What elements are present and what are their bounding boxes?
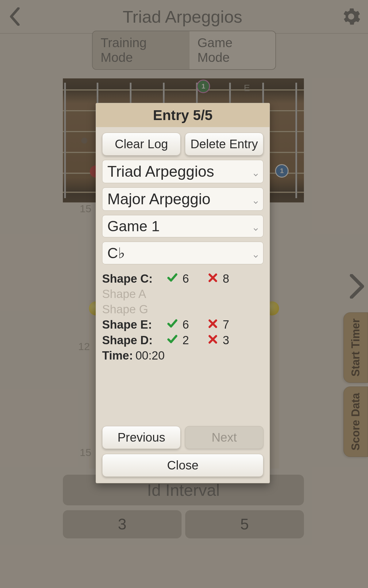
shape-d-correct: 2 <box>182 333 189 348</box>
shape-d-wrong: 3 <box>223 333 229 348</box>
shape-c-label: Shape C: <box>102 271 162 286</box>
chevron-down-icon <box>253 245 258 262</box>
time-label: Time: <box>102 348 133 363</box>
delete-entry-button[interactable]: Delete Entry <box>185 133 263 156</box>
shape-e-label: Shape E: <box>102 317 162 332</box>
select-value: Triad Arpeggios <box>107 163 214 180</box>
shape-c-wrong: 8 <box>223 271 229 286</box>
shape-d-label: Shape D: <box>102 333 162 348</box>
chevron-down-icon <box>253 190 258 208</box>
time-row: Time: 00:20 <box>102 348 263 363</box>
select-triad-arpeggios[interactable]: Triad Arpeggios <box>102 160 263 183</box>
clear-log-button[interactable]: Clear Log <box>102 133 181 156</box>
select-major-arpeggio[interactable]: Major Arpeggio <box>102 187 263 211</box>
shape-a-label: Shape A <box>102 286 146 302</box>
shape-c-row: Shape C: 6 8 <box>102 271 263 286</box>
select-game[interactable]: Game 1 <box>102 215 263 237</box>
next-button: Next <box>185 426 263 449</box>
select-value: Major Arpeggio <box>107 190 210 208</box>
shape-a-row: Shape A <box>102 286 263 302</box>
time-value: 00:20 <box>136 348 165 363</box>
select-value: C♭ <box>107 244 125 262</box>
shape-g-row: Shape G <box>102 302 263 317</box>
select-note[interactable]: C♭ <box>102 242 263 264</box>
shape-e-row: Shape E: 6 7 <box>102 317 263 332</box>
modal-title: Entry 5/5 <box>96 103 270 127</box>
cross-icon <box>208 271 218 286</box>
previous-button[interactable]: Previous <box>102 426 181 449</box>
cross-icon <box>208 333 218 348</box>
entry-modal: Entry 5/5 Clear Log Delete Entry Triad A… <box>96 103 270 483</box>
shape-e-wrong: 7 <box>223 317 229 332</box>
select-value: Game 1 <box>107 218 160 235</box>
close-button[interactable]: Close <box>102 454 263 477</box>
shape-e-correct: 6 <box>182 317 189 332</box>
shapes-list: Shape C: 6 8 Shape A Shape G Shape E: 6 … <box>102 271 263 363</box>
cross-icon <box>208 317 218 332</box>
check-icon <box>167 271 178 286</box>
chevron-down-icon <box>253 218 258 235</box>
check-icon <box>167 317 178 332</box>
shape-c-correct: 6 <box>182 271 189 286</box>
shape-d-row: Shape D: 2 3 <box>102 333 263 348</box>
shape-g-label: Shape G <box>102 302 148 317</box>
chevron-down-icon <box>253 163 258 180</box>
check-icon <box>167 333 178 348</box>
